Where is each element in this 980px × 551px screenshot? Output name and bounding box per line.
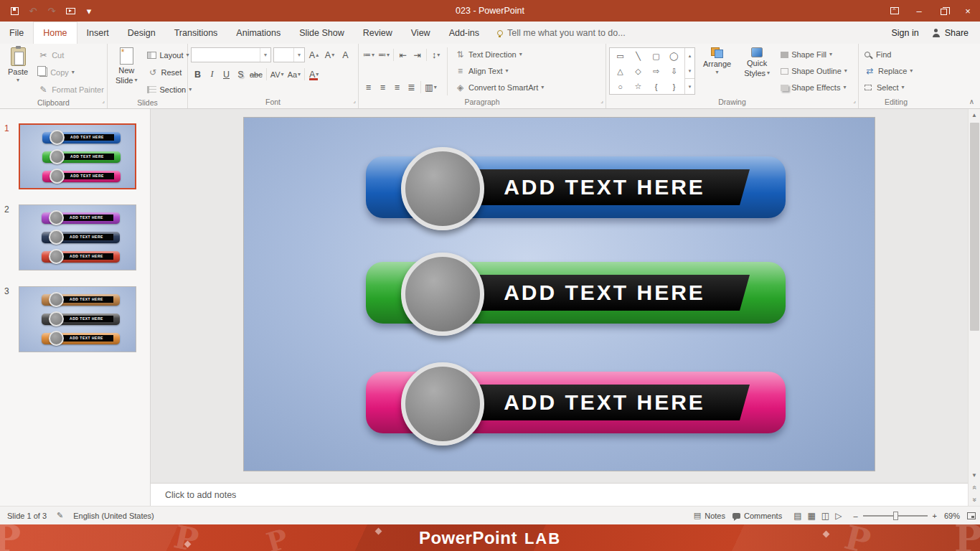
shape-option[interactable]: ☆ bbox=[629, 79, 647, 94]
align-center-button[interactable]: ≡ bbox=[376, 80, 390, 95]
shape-option[interactable]: { bbox=[647, 79, 665, 94]
shapes-gallery[interactable]: ▭ ╲ ▢ ◯ △ ◇ ⇨ ⇩ ○ ☆ { } ▴ bbox=[609, 47, 695, 95]
notes-toggle-button[interactable]: ▤ Notes bbox=[694, 511, 725, 520]
banner-green[interactable]: ADD TEXT HERE bbox=[244, 253, 875, 336]
shape-option[interactable]: ⇩ bbox=[665, 64, 683, 79]
paste-button[interactable]: Paste ▾ bbox=[3, 46, 33, 98]
dialog-launcher-icon[interactable]: ⌟ bbox=[102, 95, 105, 106]
tab-add-ins[interactable]: Add-ins bbox=[440, 22, 489, 44]
scroll-up-button[interactable]: ▲ bbox=[969, 109, 980, 121]
quick-styles-button[interactable]: Quick Styles ▾ bbox=[739, 46, 775, 97]
banner-circle[interactable] bbox=[401, 253, 484, 336]
zoom-slider-thumb[interactable] bbox=[893, 512, 898, 520]
start-slideshow-button[interactable] bbox=[62, 2, 79, 19]
shape-outline-button[interactable]: Shape Outline ▾ bbox=[778, 63, 850, 79]
banner-text-bar[interactable]: ADD TEXT HERE bbox=[459, 275, 750, 311]
ribbon-display-options-button[interactable] bbox=[882, 0, 907, 22]
reset-button[interactable]: ↺ Reset bbox=[145, 64, 194, 80]
slide-2-preview[interactable]: ADD TEXT HERE ADD TEXT HERE ADD TEXT HER… bbox=[19, 204, 136, 270]
collapse-ribbon-button[interactable]: ∧ bbox=[969, 98, 974, 105]
character-spacing-button[interactable]: AV▾ bbox=[269, 67, 286, 82]
section-button[interactable]: Section ▾ bbox=[145, 81, 194, 98]
align-left-button[interactable]: ≡ bbox=[362, 80, 375, 95]
zoom-out-button[interactable]: – bbox=[853, 512, 857, 520]
shape-option[interactable]: ⇨ bbox=[647, 64, 665, 79]
minimize-button[interactable]: – bbox=[907, 0, 931, 22]
zoom-in-button[interactable]: + bbox=[933, 512, 937, 520]
cut-button[interactable]: ✂ Cut bbox=[36, 47, 106, 63]
font-size-combo[interactable]: ▾ bbox=[273, 47, 305, 62]
justify-button[interactable]: ≣ bbox=[405, 80, 418, 95]
decrease-indent-button[interactable]: ⇤ bbox=[396, 47, 410, 62]
underline-button[interactable]: U bbox=[220, 67, 233, 82]
slide-thumbnail-3[interactable]: 3 ADD TEXT HERE ADD TEXT HERE ADD T bbox=[4, 286, 136, 352]
gallery-more-button[interactable]: ▾ bbox=[685, 78, 694, 94]
restore-button[interactable] bbox=[931, 0, 956, 22]
shape-option[interactable]: ▭ bbox=[611, 49, 629, 64]
slide-3-preview[interactable]: ADD TEXT HERE ADD TEXT HERE ADD TEXT HER… bbox=[19, 286, 136, 352]
zoom-slider[interactable] bbox=[863, 515, 928, 517]
slide-indicator[interactable]: Slide 1 of 3 bbox=[7, 512, 47, 520]
slide-canvas[interactable]: ADD TEXT HERE ADD TEXT HERE bbox=[243, 117, 875, 471]
customize-qat-button[interactable]: ▾ bbox=[80, 2, 98, 19]
align-right-button[interactable]: ≡ bbox=[390, 80, 404, 95]
strikethrough-button[interactable]: abc bbox=[248, 67, 264, 82]
shape-option[interactable]: } bbox=[665, 79, 683, 94]
dialog-launcher-icon[interactable]: ⌟ bbox=[353, 95, 356, 106]
tab-transitions[interactable]: Transitions bbox=[165, 22, 227, 44]
slide-sorter-view-button[interactable]: ▦ bbox=[807, 511, 815, 521]
text-shadow-button[interactable]: S bbox=[234, 67, 248, 82]
slide-thumbnail-2[interactable]: 2 ADD TEXT HERE ADD TEXT HERE ADD T bbox=[4, 204, 136, 270]
normal-view-button[interactable]: ▤ bbox=[793, 511, 801, 521]
banner-text-bar[interactable]: ADD TEXT HERE bbox=[459, 385, 750, 420]
tab-insert[interactable]: Insert bbox=[77, 22, 118, 44]
font-name-combo[interactable]: ▾ bbox=[191, 47, 271, 62]
zoom-level[interactable]: 69% bbox=[944, 512, 960, 520]
language-indicator[interactable]: English (United States) bbox=[73, 512, 154, 520]
shape-option[interactable]: ◯ bbox=[665, 49, 683, 64]
dialog-launcher-icon[interactable]: ⌟ bbox=[853, 95, 856, 106]
decrease-font-size-button[interactable]: A▾ bbox=[323, 47, 336, 62]
text-direction-button[interactable]: ⇅ Text Direction ▾ bbox=[452, 47, 547, 62]
bold-button[interactable]: B bbox=[191, 67, 204, 82]
scrollbar-track[interactable] bbox=[969, 121, 980, 469]
banner-circle[interactable] bbox=[401, 362, 484, 446]
shape-fill-button[interactable]: Shape Fill ▾ bbox=[778, 47, 850, 62]
banner-text-bar[interactable]: ADD TEXT HERE bbox=[459, 169, 750, 205]
shape-option[interactable]: △ bbox=[611, 64, 629, 79]
bullets-button[interactable]: ≔▾ bbox=[362, 47, 376, 62]
arrange-button[interactable]: Arrange ▾ bbox=[698, 46, 736, 97]
slide-1-preview[interactable]: ADD TEXT HERE ADD TEXT HERE ADD TEXT HER… bbox=[19, 123, 136, 189]
tab-design[interactable]: Design bbox=[118, 22, 165, 44]
banner-pink[interactable]: ADD TEXT HERE bbox=[244, 362, 875, 446]
previous-slide-button[interactable]: « bbox=[969, 482, 980, 494]
numbering-button[interactable]: ≕▾ bbox=[377, 47, 391, 62]
shape-option[interactable]: ▢ bbox=[647, 49, 665, 64]
slide-show-view-button[interactable]: ▷ bbox=[835, 511, 842, 521]
comments-button[interactable]: Comments bbox=[732, 512, 782, 520]
proofing-icon[interactable]: ✎ bbox=[57, 511, 63, 520]
shape-effects-button[interactable]: Shape Effects ▾ bbox=[778, 80, 850, 95]
increase-indent-button[interactable]: ⇥ bbox=[410, 47, 424, 62]
shape-option[interactable]: ◇ bbox=[629, 64, 647, 79]
new-slide-button[interactable]: New Slide ▾ bbox=[110, 46, 142, 98]
layout-button[interactable]: Layout ▾ bbox=[145, 47, 194, 63]
align-text-button[interactable]: ≡ Align Text ▾ bbox=[452, 63, 547, 79]
vertical-scrollbar[interactable]: ▲ ▼ « » bbox=[968, 109, 980, 506]
tab-view[interactable]: View bbox=[402, 22, 440, 44]
share-button[interactable]: Share bbox=[932, 28, 969, 38]
undo-button[interactable]: ↶ bbox=[24, 2, 42, 19]
notes-pane[interactable]: Click to add notes bbox=[151, 483, 968, 506]
tab-review[interactable]: Review bbox=[354, 22, 402, 44]
slide-thumbnail-1[interactable]: 1 ADD TEXT HERE ADD TEXT HERE ADD T bbox=[4, 123, 136, 189]
tab-slide-show[interactable]: Slide Show bbox=[290, 22, 354, 44]
format-painter-button[interactable]: ✎ Format Painter bbox=[36, 81, 106, 98]
select-button[interactable]: Select ▾ bbox=[862, 80, 915, 95]
scrollbar-thumb[interactable] bbox=[970, 123, 979, 331]
gallery-up-button[interactable]: ▴ bbox=[685, 48, 694, 63]
dialog-launcher-icon[interactable]: ⌟ bbox=[600, 95, 603, 106]
copy-button[interactable]: Copy ▾ bbox=[36, 64, 106, 80]
tab-home[interactable]: Home bbox=[33, 22, 77, 44]
clear-formatting-button[interactable]: A bbox=[339, 47, 352, 62]
convert-to-smartart-button[interactable]: ◈ Convert to SmartArt ▾ bbox=[452, 80, 547, 95]
